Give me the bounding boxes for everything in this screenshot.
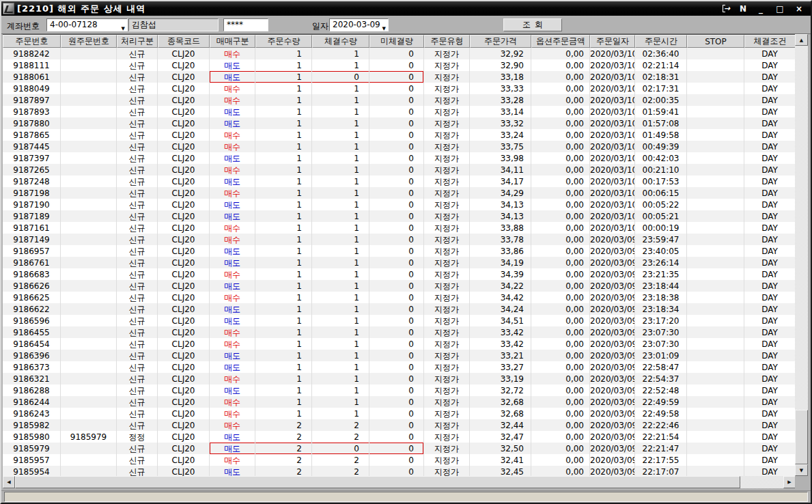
table-row[interactable]: 9187397신규CLJ20매도110지정가33,980,002020/03/1… <box>3 152 796 164</box>
query-button[interactable]: 조회 <box>503 18 562 31</box>
horizontal-scroll-thumb[interactable] <box>15 476 740 488</box>
cell: 2020/03/10 <box>590 152 635 164</box>
table-row[interactable]: 9186596신규CLJ20매도110지정가34,510,002020/03/0… <box>3 315 796 326</box>
password-field[interactable]: **** <box>223 18 268 31</box>
table-row[interactable]: 9186957신규CLJ20매도110지정가33,860,002020/03/0… <box>3 245 796 257</box>
table-row[interactable]: 9187893신규CLJ20매도110지정가33,140,002020/03/1… <box>3 106 796 117</box>
column-header[interactable]: 체결수량 <box>312 35 369 48</box>
column-header[interactable]: 주문수량 <box>255 35 312 48</box>
table-row[interactable]: 9186454신규CLJ20매수110지정가33,420,002020/03/0… <box>3 338 796 350</box>
table-row[interactable]: 9186683신규CLJ20매수110지정가34,390,002020/03/0… <box>3 268 796 280</box>
cell: 9186244 <box>3 396 61 408</box>
column-header[interactable]: 원주문번호 <box>61 35 117 48</box>
table-row[interactable]: 9186321신규CLJ20매수110지정가33,190,002020/03/0… <box>3 373 796 384</box>
cell: CLJ20 <box>158 210 210 222</box>
cell: 33,19 <box>470 373 531 384</box>
table-row[interactable]: 9186622신규CLJ20매도110지정가34,240,002020/03/0… <box>3 303 796 315</box>
maximize-button[interactable]: □ <box>775 4 785 14</box>
table-row[interactable]: 9187248신규CLJ20매도110지정가34,170,002020/03/1… <box>3 176 796 187</box>
cell: 1 <box>312 59 369 71</box>
table-row[interactable]: 9187865신규CLJ20매수110지정가33,240,002020/03/1… <box>3 129 796 141</box>
cell: 0 <box>369 59 424 71</box>
table-row[interactable]: 9187445신규CLJ20매수110지정가33,750,002020/03/1… <box>3 141 796 152</box>
table-row[interactable]: 9187161신규CLJ20매수110지정가33,880,002020/03/1… <box>3 222 796 234</box>
table-row[interactable]: 9186373신규CLJ20매도110지정가33,270,002020/03/0… <box>3 361 796 373</box>
table-row[interactable]: 9187198신규CLJ20매수110지정가34,290,002020/03/1… <box>3 187 796 199</box>
cell: DAY <box>744 303 796 315</box>
table-row[interactable]: 9185957신규CLJ20매수220지정가32,410,002020/03/0… <box>3 454 796 466</box>
horizontal-scrollbar[interactable]: ◀ ▶ <box>3 476 796 488</box>
exit-session-icon[interactable]: → <box>723 4 730 13</box>
column-header[interactable]: 매매구분 <box>210 35 255 48</box>
scroll-left-icon[interactable]: ◀ <box>3 476 15 488</box>
cell: 매도 <box>210 384 255 396</box>
cell: 1 <box>255 187 312 199</box>
cell: 32,44 <box>470 419 531 431</box>
cell: 32,72 <box>470 384 531 396</box>
scroll-up-icon[interactable]: ▲ <box>795 34 808 46</box>
vertical-scrollbar[interactable]: ▲ ▼ <box>795 34 808 476</box>
cell: 1 <box>312 245 369 257</box>
column-header[interactable]: 처리구분 <box>117 35 158 48</box>
account-combobox[interactable]: 4-00-07128 ▼ <box>46 18 128 31</box>
table-row[interactable]: 9186626신규CLJ20매도110지정가34,220,002020/03/0… <box>3 280 796 292</box>
table-row[interactable]: 9187190신규CLJ20매도110지정가34,130,002020/03/1… <box>3 199 796 210</box>
column-header[interactable]: 미체결량 <box>369 35 424 48</box>
table-row[interactable]: 9186244신규CLJ20매수110지정가32,680,002020/03/0… <box>3 396 796 408</box>
n-badge-icon[interactable]: N <box>740 5 746 13</box>
column-header[interactable]: 체결조건 <box>744 35 796 48</box>
table-row[interactable]: 9186396신규CLJ20매도110지정가33,210,002020/03/0… <box>3 350 796 361</box>
scroll-down-icon[interactable]: ▼ <box>795 464 808 476</box>
cell: 0 <box>369 280 424 292</box>
cell: 1 <box>312 280 369 292</box>
column-header[interactable]: 주문시간 <box>635 35 687 48</box>
table-row[interactable]: 9188061신규CLJ20매도100지정가33,180,002020/03/1… <box>3 71 796 83</box>
table-row[interactable]: 9185954신규CLJ20매도220지정가32,450,002020/03/0… <box>3 466 796 476</box>
table-row[interactable]: 9186761신규CLJ20매도110지정가34,190,002020/03/0… <box>3 257 796 268</box>
password-value: **** <box>227 20 243 29</box>
table-row[interactable]: 9186288신규CLJ20매도110지정가32,720,002020/03/0… <box>3 384 796 396</box>
table-row[interactable]: 9187897신규CLJ20매수110지정가33,280,002020/03/1… <box>3 94 796 106</box>
column-header[interactable]: 주문일자 <box>590 35 635 48</box>
cell: CLJ20 <box>158 187 210 199</box>
minimize-button[interactable]: _ <box>756 4 766 14</box>
account-dropdown-icon[interactable]: ▼ <box>122 23 125 35</box>
date-dropdown-icon[interactable]: ▼ <box>382 23 386 35</box>
column-header[interactable]: 주문유형 <box>424 35 470 48</box>
column-header[interactable]: 옵션주문금액 <box>531 35 590 48</box>
cell: 1 <box>312 129 369 141</box>
table-row[interactable]: 9185982신규CLJ20매수220지정가32,440,002020/03/0… <box>3 419 796 431</box>
cell: 2 <box>255 431 312 443</box>
cell <box>61 176 117 187</box>
vertical-scroll-track[interactable] <box>795 46 808 464</box>
cell: 34,22 <box>470 280 531 292</box>
table-row[interactable]: 9186455신규CLJ20매수110지정가33,420,002020/03/0… <box>3 326 796 338</box>
date-combobox[interactable]: 2020-03-09 ▼ <box>329 18 389 31</box>
vertical-scroll-thumb[interactable] <box>795 410 808 464</box>
column-header[interactable]: STOP <box>687 35 744 48</box>
table-row[interactable]: 9187189신규CLJ20매도110지정가34,130,002020/03/1… <box>3 210 796 222</box>
cell: 1 <box>312 257 369 268</box>
cell <box>61 129 117 141</box>
cell: 신규 <box>117 129 158 141</box>
column-header[interactable]: 주문번호 <box>3 35 61 48</box>
column-header[interactable]: 종목코드 <box>158 35 210 48</box>
table-row[interactable]: 9187880신규CLJ20매도110지정가33,320,002020/03/1… <box>3 117 796 129</box>
table-row[interactable]: 9188049신규CLJ20매수110지정가33,330,002020/03/1… <box>3 83 796 94</box>
table-row[interactable]: 9185979신규CLJ20매도200지정가32,500,002020/03/0… <box>3 443 796 454</box>
table-row[interactable]: 9188111신규CLJ20매도110지정가32,900,002020/03/1… <box>3 59 796 71</box>
table-row[interactable]: 91859809185979정정CLJ20매도220지정가32,470,0020… <box>3 431 796 443</box>
close-button[interactable]: × <box>794 4 804 14</box>
cell: 2020/03/10 <box>590 48 635 59</box>
cell: 신규 <box>117 222 158 234</box>
table-row[interactable]: 9187149신규CLJ20매수110지정가33,780,002020/03/0… <box>3 234 796 245</box>
column-header[interactable]: 주문가격 <box>470 35 531 48</box>
cell: 1 <box>312 373 369 384</box>
cell: 0,00 <box>531 466 590 476</box>
table-row[interactable]: 9188242신규CLJ20매수110지정가32,920,002020/03/1… <box>3 48 796 59</box>
table-row[interactable]: 9186625신규CLJ20매수110지정가34,420,002020/03/0… <box>3 292 796 303</box>
cell: 신규 <box>117 48 158 59</box>
scroll-right-icon[interactable]: ▶ <box>783 476 796 488</box>
table-row[interactable]: 9186243신규CLJ20매수110지정가32,680,002020/03/0… <box>3 408 796 419</box>
table-row[interactable]: 9187265신규CLJ20매수110지정가34,110,002020/03/1… <box>3 164 796 176</box>
